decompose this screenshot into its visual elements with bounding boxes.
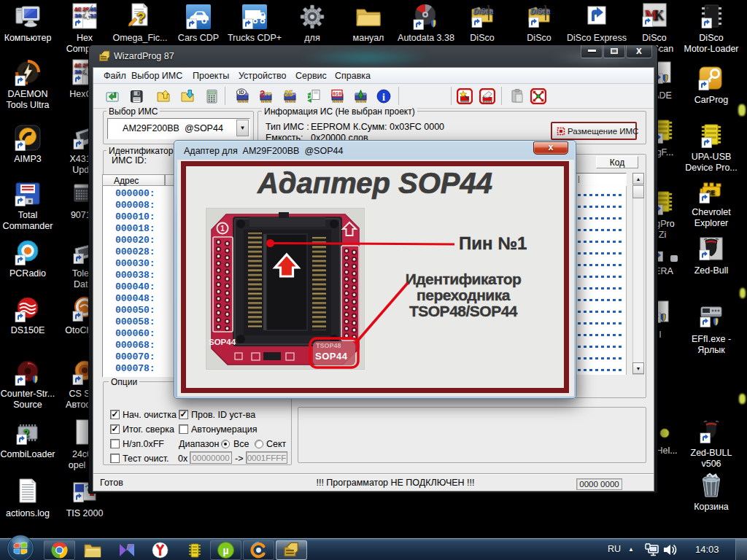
svg-text:?: ? [136, 9, 145, 26]
svg-text:i: i [382, 92, 385, 103]
svg-text:30: 30 [74, 12, 82, 19]
svg-text:010: 010 [333, 92, 341, 97]
svg-text:AC: AC [74, 62, 82, 69]
svg-text:SOP44: SOP44 [315, 351, 348, 362]
svg-text:SOP44: SOP44 [209, 338, 236, 346]
svg-text:K: K [654, 8, 664, 23]
svg-text:25: 25 [82, 6, 90, 12]
svg-text:TSOP48: TSOP48 [316, 342, 341, 349]
svg-text:ID: ID [239, 90, 244, 95]
svg-text:25: 25 [285, 89, 293, 98]
svg-text:FF: FF [265, 90, 272, 97]
svg-text:AC: AC [74, 6, 82, 12]
svg-text:1: 1 [220, 225, 225, 233]
svg-text:µ: µ [222, 545, 228, 556]
